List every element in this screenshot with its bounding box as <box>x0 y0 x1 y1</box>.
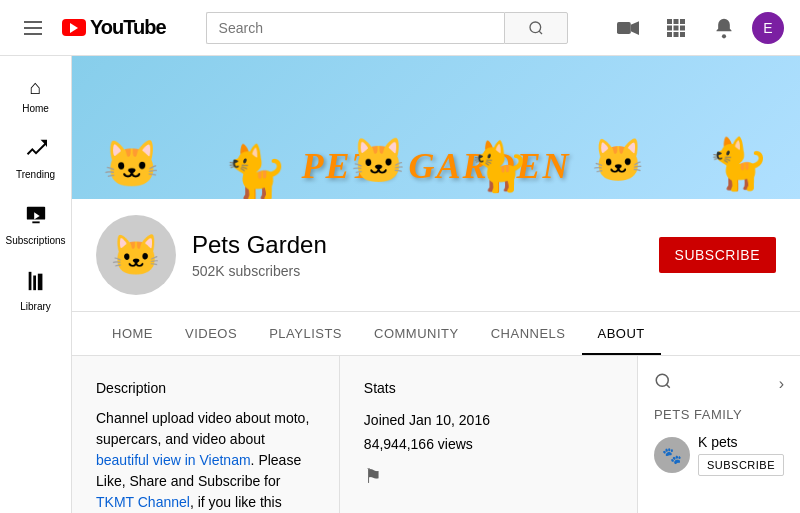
content-wrapper: Description Channel upload video about m… <box>72 356 800 513</box>
sidebar-item-home[interactable]: ⌂ Home <box>0 64 71 126</box>
subscriptions-icon <box>25 204 47 231</box>
stats-section: Stats Joined Jan 10, 2016 84,944,166 vie… <box>340 356 620 512</box>
sidebar-item-library[interactable]: Library <box>0 258 71 324</box>
sidebar-label-library: Library <box>20 301 51 312</box>
right-panel: Stats Joined Jan 10, 2016 84,944,166 vie… <box>340 356 637 513</box>
sidebar-item-subscriptions[interactable]: Subscriptions <box>0 192 71 258</box>
camera-button[interactable] <box>608 8 648 48</box>
channel-details: Pets Garden 502K subscribers <box>192 231 659 279</box>
search-bar <box>206 12 568 44</box>
apps-button[interactable] <box>656 8 696 48</box>
youtube-logo-icon <box>62 19 86 36</box>
svg-rect-8 <box>674 25 679 30</box>
svg-rect-17 <box>28 272 31 290</box>
svg-rect-11 <box>674 32 679 37</box>
banner-cats: 🐱 🐈 🐱 🐈 🐱 🐈 <box>72 56 800 199</box>
sidebar-label-home: Home <box>22 103 49 114</box>
svg-rect-7 <box>667 25 672 30</box>
svg-rect-9 <box>680 25 685 30</box>
k-pets-name: K pets <box>698 434 784 450</box>
svg-point-13 <box>722 34 726 38</box>
svg-point-0 <box>530 22 541 33</box>
channel-info: 🐱 Pets Garden 502K subscribers SUBSCRIBE <box>72 199 800 312</box>
svg-rect-5 <box>674 19 679 24</box>
search-input[interactable] <box>206 12 504 44</box>
description-body: Channel upload video about moto, superca… <box>96 408 315 513</box>
k-pets-subscribe-button[interactable]: SUBSCRIBE <box>698 454 784 476</box>
svg-marker-3 <box>631 21 639 35</box>
tab-community[interactable]: COMMUNITY <box>358 312 475 355</box>
sidebar-search-icon[interactable] <box>654 372 672 395</box>
svg-line-21 <box>666 384 669 387</box>
trending-icon <box>25 138 47 165</box>
k-pets-avatar: 🐾 <box>654 437 690 473</box>
tab-playlists[interactable]: PLAYLISTS <box>253 312 358 355</box>
svg-rect-4 <box>667 19 672 24</box>
description-section: Description Channel upload video about m… <box>96 380 315 513</box>
subscribe-button[interactable]: SUBSCRIBE <box>659 237 776 273</box>
channel-subscribers: 502K subscribers <box>192 263 659 279</box>
svg-rect-12 <box>680 32 685 37</box>
channel-avatar: 🐱 <box>96 215 176 295</box>
k-pets-details: K pets SUBSCRIBE <box>698 434 784 476</box>
sidebar-label-subscriptions: Subscriptions <box>5 235 65 246</box>
svg-rect-6 <box>680 19 685 24</box>
beautiful-view-link[interactable]: beautiful view in Vietnam <box>96 452 251 468</box>
youtube-logo-text: YouTube <box>90 16 166 39</box>
svg-line-1 <box>539 31 542 34</box>
main-content: 🐱 🐈 🐱 🐈 🐱 🐈 PETS GARDEN 🐱 Pets Garden 50… <box>72 56 800 513</box>
description-title: Description <box>96 380 315 396</box>
pets-family-channel-card: 🐾 K pets SUBSCRIBE <box>654 434 784 476</box>
sidebar-item-trending[interactable]: Trending <box>0 126 71 192</box>
svg-rect-19 <box>37 274 42 291</box>
chevron-right-icon[interactable]: › <box>779 375 784 393</box>
header-left: YouTube <box>16 13 166 43</box>
channel-avatar-emoji: 🐱 <box>111 232 161 279</box>
channel-name: Pets Garden <box>192 231 659 259</box>
search-button[interactable] <box>504 12 568 44</box>
library-icon <box>25 270 47 297</box>
tab-channels[interactable]: CHANNELS <box>475 312 582 355</box>
tab-home[interactable]: HOME <box>96 312 169 355</box>
hamburger-menu[interactable] <box>16 13 50 43</box>
svg-point-20 <box>656 374 668 386</box>
svg-rect-18 <box>33 276 36 291</box>
avatar[interactable]: E <box>752 12 784 44</box>
sidebar-label-trending: Trending <box>16 169 55 180</box>
home-icon: ⌂ <box>29 76 41 99</box>
stats-title: Stats <box>364 380 596 396</box>
notifications-button[interactable] <box>704 8 744 48</box>
right-sidebar-header: › <box>654 372 784 395</box>
pets-family-title: PETS FAMILY <box>654 407 784 422</box>
view-count: 84,944,166 views <box>364 436 596 452</box>
header-right: E <box>608 8 784 48</box>
channel-banner: 🐱 🐈 🐱 🐈 🐱 🐈 PETS GARDEN <box>72 56 800 199</box>
right-sidebar: › PETS FAMILY 🐾 K pets SUBSCRIBE <box>637 356 800 513</box>
join-date: Joined Jan 10, 2016 <box>364 412 596 428</box>
tkmt-channel-link[interactable]: TKMT Channel <box>96 494 190 510</box>
channel-tabs: HOME VIDEOS PLAYLISTS COMMUNITY CHANNELS… <box>72 312 800 356</box>
about-main: Description Channel upload video about m… <box>72 356 340 513</box>
svg-rect-2 <box>617 22 631 34</box>
tab-about[interactable]: ABOUT <box>582 312 661 355</box>
sidebar: ⌂ Home Trending Subscriptions Library <box>0 56 72 513</box>
flag-icon: ⚑ <box>364 464 596 488</box>
youtube-logo[interactable]: YouTube <box>62 16 166 39</box>
header: YouTube E <box>0 0 800 56</box>
tab-videos[interactable]: VIDEOS <box>169 312 253 355</box>
svg-rect-10 <box>667 32 672 37</box>
